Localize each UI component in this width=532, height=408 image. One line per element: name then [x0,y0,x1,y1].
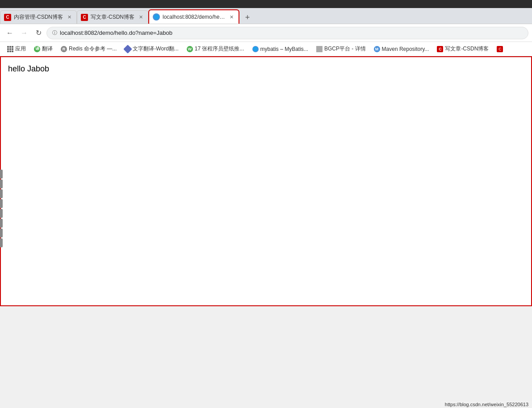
new-tab-button[interactable]: + [241,11,254,24]
globe-icon-tab3: 🌐 [153,13,160,21]
url-text: localhost:8082/demo/hello.do?name=Jabob [60,29,523,36]
bookmark-maven[interactable]: M Maven Repository... [370,44,433,54]
mybatis-icon: 🌐 [252,46,259,52]
bookmarks-bar: 应用 译 翻译 R Redis 命令参考 —... 文字翻译-Word翻... … [0,42,532,56]
tab-3-label: localhost:8082/demo/hello.do... [163,14,225,20]
bookmark-apps[interactable]: 应用 [4,43,29,54]
left-indicators [0,170,3,247]
translate-icon: 译 [34,46,40,52]
csdn-icon-tab2: C [81,14,88,21]
left-indicator-8 [0,238,3,247]
bookmark-apps-label: 应用 [15,45,26,53]
bookmark-redis[interactable]: R Redis 命令参考 —... [57,43,120,54]
word-translate-icon [123,45,132,54]
bookmark-redis-label: Redis 命令参考 —... [69,45,117,53]
bookmark-word-translate[interactable]: 文字翻译-Word翻... [121,43,182,54]
tab-2-label: 写文章-CSDN博客 [91,13,134,21]
left-indicator-7 [0,229,3,237]
bookmark-wallpaper[interactable]: W 17 张程序员壁纸推... [183,43,248,54]
lock-icon: ⓘ [52,29,57,36]
bookmark-bgcp[interactable]: BGCP平台 - 详情 [313,43,369,54]
tab-1-label: 内容管理-CSDN博客 [14,13,63,21]
status-bar: https://blog.csdn.net/weixin_55220613 [441,401,532,408]
tab-bar: C 内容管理-CSDN博客 ✕ C 写文章-CSDN博客 ✕ 🌐 localho… [0,8,532,24]
main-text: hello Jabob [8,64,524,74]
bookmark-translate[interactable]: 译 翻译 [30,43,56,54]
write-article-icon: C [437,46,443,52]
redis-icon: R [61,46,67,52]
tab-1-close[interactable]: ✕ [66,14,73,21]
bookmark-write-article-label: 写文章-CSDN博客 [445,45,489,53]
csdn-small-icon: C [497,46,503,52]
tab-2[interactable]: C 写文章-CSDN博客 ✕ [77,10,148,24]
tab-3-close[interactable]: ✕ [228,13,235,21]
title-bar [0,0,532,8]
tab-3[interactable]: 🌐 localhost:8082/demo/hello.do... ✕ [149,10,239,24]
tab-1[interactable]: C 内容管理-CSDN博客 ✕ [0,10,77,24]
address-bar[interactable]: ⓘ localhost:8082/demo/hello.do?name=Jabo… [46,27,528,39]
left-indicator-3 [0,189,3,198]
left-indicator-6 [0,219,3,228]
bookmark-wallpaper-label: 17 张程序员壁纸推... [195,45,244,53]
bookmark-mybatis[interactable]: 🌐 mybatis – MyBatis... [249,44,312,54]
refresh-button[interactable]: ↻ [32,27,45,39]
tab-2-close[interactable]: ✕ [137,14,144,21]
apps-icon [7,46,13,52]
wallpaper-icon: W [187,46,193,52]
left-indicator-5 [0,209,3,218]
bookmark-maven-label: Maven Repository... [382,46,429,52]
left-indicator-2 [0,179,3,188]
back-button[interactable]: ← [4,27,16,39]
nav-bar: ← → ↻ ⓘ localhost:8082/demo/hello.do?nam… [0,24,532,42]
browser-content: hello Jabob [0,56,532,306]
bookmark-csdn-small[interactable]: C [493,44,507,54]
bookmark-translate-label: 翻译 [42,45,53,53]
csdn-icon-tab1: C [4,14,11,21]
forward-button[interactable]: → [18,27,30,39]
bookmark-write-article[interactable]: C 写文章-CSDN博客 [433,43,492,54]
bgcp-icon [316,46,323,52]
bookmark-mybatis-label: mybatis – MyBatis... [260,46,308,52]
bookmark-word-translate-label: 文字翻译-Word翻... [133,45,178,53]
maven-icon: M [374,46,380,52]
left-indicator-4 [0,199,3,208]
bookmark-bgcp-label: BGCP平台 - 详情 [324,45,366,53]
left-indicator-1 [0,170,3,179]
